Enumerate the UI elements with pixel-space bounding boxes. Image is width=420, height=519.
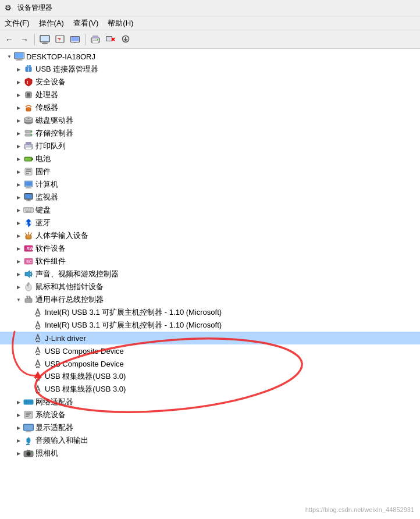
expander-network[interactable]	[14, 397, 23, 407]
expander-display[interactable]	[14, 423, 23, 432]
tree-mouse[interactable]: 鼠标和其他指针设备	[0, 280, 420, 293]
expander-keyboard[interactable]	[14, 205, 23, 215]
tree-usb-controllers[interactable]: 通用串行总线控制器	[0, 293, 420, 306]
menu-file[interactable]: 文件(F)	[0, 17, 34, 30]
expander-usb-connector[interactable]	[14, 65, 23, 74]
expander-hid[interactable]	[14, 231, 23, 240]
tree-usb-composite-2[interactable]: USB Composite Device	[0, 357, 420, 370]
network-icon	[23, 397, 34, 407]
expander-softpkg[interactable]	[14, 257, 23, 266]
tree-intel-usb-1[interactable]: Intel(R) USB 3.1 可扩展主机控制器 - 1.10 (Micros…	[0, 306, 420, 319]
tree-monitor[interactable]: 监视器	[0, 191, 420, 204]
expander-storage[interactable]	[14, 129, 23, 138]
svg-rect-6	[72, 37, 79, 41]
sound-icon	[23, 269, 34, 279]
tree-root[interactable]: DESKTOP-IA18ORJ	[0, 50, 420, 63]
svg-rect-57	[26, 173, 29, 174]
watermark: https://blog.csdn.net/weixin_44852931	[305, 506, 414, 513]
expander-software[interactable]	[14, 244, 23, 253]
svg-point-103	[38, 315, 40, 317]
expander-usb-ctrl[interactable]	[14, 295, 23, 304]
tree-usb-hub-1[interactable]: USB 根集线器(USB 3.0)	[0, 370, 420, 383]
display-icon	[23, 422, 34, 433]
expander-system[interactable]	[14, 410, 23, 420]
tree-disk[interactable]: 磁盘驱动器	[0, 114, 420, 127]
svg-text:SW: SW	[27, 246, 34, 251]
tree-usb-connector[interactable]: USB 连接器管理器	[0, 63, 420, 76]
tree-usb-composite-1[interactable]: USB Composite Device	[0, 344, 420, 357]
svg-rect-37	[26, 108, 31, 111]
expander-bluetooth[interactable]	[14, 218, 23, 227]
svg-point-45	[31, 131, 32, 132]
menu-help[interactable]: 帮助(H)	[103, 17, 138, 30]
device-button[interactable]	[68, 33, 82, 47]
tree-bluetooth[interactable]: 蓝牙	[0, 216, 420, 229]
help-icon-button[interactable]: ?	[53, 33, 67, 47]
menu-action[interactable]: 操作(A)	[34, 17, 69, 30]
usb-ctrl-icon-2	[33, 320, 43, 330]
expander-battery[interactable]	[14, 154, 23, 163]
tree-computer[interactable]: 计算机	[0, 178, 420, 191]
tree-camera[interactable]: 照相机	[0, 447, 420, 460]
tree-battery[interactable]: 电池	[0, 152, 420, 165]
tree-network[interactable]: 网络适配器	[0, 396, 420, 408]
expander-mouse[interactable]	[14, 282, 23, 292]
tree-firmware[interactable]: 固件	[0, 165, 420, 178]
expander-camera[interactable]	[14, 449, 23, 458]
svg-rect-56	[26, 171, 31, 172]
expander-firmware[interactable]	[14, 167, 23, 176]
expander-root[interactable]	[5, 52, 14, 61]
properties-button[interactable]	[38, 33, 52, 47]
expander-computer[interactable]	[14, 180, 23, 189]
svg-rect-99	[29, 296, 30, 297]
expander-disk[interactable]	[14, 116, 23, 125]
svg-rect-65	[26, 201, 31, 201]
jlink-icon	[33, 333, 43, 343]
remove-button[interactable]	[104, 33, 118, 47]
tree-intel-usb-2[interactable]: Intel(R) USB 3.1 可扩展主机控制器 - 1.10 (Micros…	[0, 319, 420, 332]
svg-point-106	[36, 328, 37, 329]
storage-icon	[23, 128, 34, 138]
forward-button[interactable]: →	[17, 33, 31, 47]
tree-security[interactable]: ! 安全设备	[0, 76, 420, 88]
expander-security[interactable]	[14, 77, 23, 87]
tree-software-component[interactable]: SC 软件组件	[0, 255, 420, 268]
expander-sensor[interactable]	[14, 103, 23, 112]
expander-processor[interactable]	[14, 90, 23, 99]
svg-rect-76	[26, 211, 31, 212]
tree-hid[interactable]: 人体学输入设备	[0, 229, 420, 242]
svg-rect-69	[28, 208, 29, 209]
tree-system[interactable]: 系统设备	[0, 408, 420, 421]
tree-sensor[interactable]: 传感器	[0, 101, 420, 114]
tree-jlink[interactable]: J-Link driver	[0, 332, 420, 344]
svg-rect-142	[27, 439, 28, 442]
svg-point-127	[38, 392, 40, 393]
tree-software-device[interactable]: SW 软件设备	[0, 242, 420, 255]
tree-audio[interactable]: 音频输入和输出	[0, 434, 420, 447]
tree-sound[interactable]: 声音、视频和游戏控制器	[0, 268, 420, 280]
svg-point-114	[36, 354, 37, 355]
usb-composite-icon-1	[33, 346, 43, 356]
svg-rect-93	[27, 285, 29, 286]
firmware-icon	[23, 166, 34, 177]
print-button[interactable]	[88, 33, 102, 47]
svg-rect-9	[92, 35, 98, 38]
tree-keyboard[interactable]: 键盘	[0, 204, 420, 216]
tree-display[interactable]: 显示适配器	[0, 421, 420, 434]
expander-sound[interactable]	[14, 269, 23, 279]
back-button[interactable]: ←	[2, 33, 16, 47]
svg-rect-73	[27, 210, 28, 211]
expander-monitor[interactable]	[14, 193, 23, 202]
menu-view[interactable]: 查看(V)	[69, 17, 103, 30]
scan-button[interactable]	[119, 33, 133, 47]
tree-print-queue[interactable]: 打印队列	[0, 140, 420, 152]
root-label: DESKTOP-IA18ORJ	[26, 52, 95, 61]
tree-usb-hub-2[interactable]: USB 根集线器(USB 3.0)	[0, 383, 420, 396]
expander-print[interactable]	[14, 141, 23, 151]
expander-audio[interactable]	[14, 436, 23, 445]
svg-rect-7	[74, 42, 76, 43]
toolbar-separator-2	[85, 34, 86, 45]
tree-processor[interactable]: 处理器	[0, 88, 420, 101]
svg-rect-60	[27, 187, 30, 188]
tree-storage[interactable]: 存储控制器	[0, 127, 420, 140]
